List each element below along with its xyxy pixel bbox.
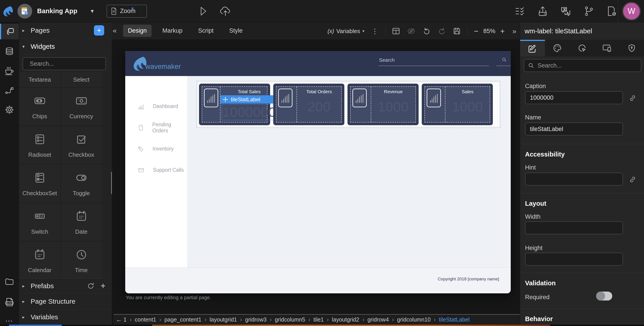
tab-events[interactable] [570,40,594,56]
tab-style[interactable]: Style [224,24,248,37]
tab-markup[interactable]: Markup [158,24,188,37]
add-page-button[interactable]: + [94,25,104,36]
zoom-in-button[interactable]: + [500,27,505,36]
move-handle-icon[interactable] [223,97,228,102]
hint-input[interactable] [525,172,623,186]
breadcrumb-item[interactable]: gridcolumn5 [275,316,305,323]
pages-caret-icon[interactable]: ▸ [19,28,28,33]
wavemaker-logo-icon[interactable] [2,5,14,17]
tile-revenue[interactable]: Revenue 1000 [348,84,418,125]
design-canvas-page[interactable]: wavemaker Dashboard Pendin [125,51,511,293]
widget-item-currency[interactable]: Currency [60,88,102,126]
tile-bar-chart-icon[interactable] [427,88,441,107]
page-search-input[interactable] [378,56,489,66]
project-name[interactable]: Banking App [37,8,77,15]
tile-title[interactable]: Total Sales [238,89,261,94]
checklist-icon[interactable] [515,6,525,16]
widget-item-select[interactable]: Select [60,72,102,87]
tile-stat-value[interactable]: 1000 [378,99,408,114]
tile-icon-column[interactable] [350,87,371,122]
rail-java-services-icon[interactable] [0,63,19,79]
user-avatar[interactable]: W [622,2,641,20]
height-input[interactable] [525,253,623,266]
widget-item-switch[interactable]: Switch [19,203,60,241]
tab-devices[interactable] [594,40,619,56]
widget-item-chips[interactable]: Chips [19,88,60,126]
collapse-left-panel-icon[interactable]: « [113,26,117,35]
pages-section-header[interactable]: ▸ Pages + [19,22,112,38]
rail-pages-icon[interactable] [0,24,19,39]
properties-search-input[interactable] [538,62,637,69]
widget-item-time[interactable]: Time [60,242,102,280]
width-input[interactable] [525,221,623,234]
nav-item-support-calls[interactable]: Support Calls [125,160,187,181]
refresh-prefabs-icon[interactable] [87,282,95,290]
rail-apis-icon[interactable] [0,83,19,98]
tiles-layout-grid[interactable]: Total Sales tileStatLabel 1000000 [196,81,500,128]
tile-stat-value[interactable]: 1000 [452,99,483,114]
export-artifact-icon[interactable] [538,6,548,16]
nav-item-dashboard[interactable]: Dashboard [125,96,187,117]
tile-content-column[interactable]: Total Sales tileStatLabel 1000000 [220,87,278,122]
tile-content-column[interactable]: Sales 1000 [446,87,490,122]
properties-search-box[interactable] [524,59,641,72]
tile-bar-chart-icon[interactable] [278,88,292,107]
widget-search-input[interactable] [30,60,109,67]
tile-content-column[interactable]: Total Orders 200 [297,87,341,122]
page-header-navbar[interactable]: wavemaker [125,51,511,76]
deploy-cloud-upload-icon[interactable] [220,6,231,16]
tile-content-column[interactable]: Revenue 1000 [371,87,416,122]
add-prefab-icon[interactable]: + [100,281,106,291]
save-icon[interactable] [452,27,461,35]
widgets-caret-icon[interactable]: ▾ [19,44,28,49]
tile-bar-chart-icon[interactable] [204,88,218,107]
tile-icon-column[interactable] [276,87,297,122]
bind-hint-link-icon[interactable] [629,176,636,183]
breadcrumb-item[interactable]: gridrow3 [245,316,266,323]
project-chevron-down-icon[interactable]: ▾ [91,8,94,14]
widget-item-radioset[interactable]: Radioset [19,126,60,164]
run-preview-icon[interactable] [198,6,208,16]
widget-item-checkbox[interactable]: Checkbox [60,126,102,164]
breadcrumb-item[interactable]: gridcolumn10 [397,316,431,323]
prefabs-section-header[interactable]: ▸ Prefabs + [19,278,112,293]
active-page-selector[interactable]: Zoom * [107,5,147,18]
translate-icon[interactable] [560,6,571,16]
caption-input[interactable] [525,91,623,104]
bind-caption-link-icon[interactable] [629,94,636,102]
widget-item-calendar[interactable]: Calendar [19,242,60,280]
breadcrumb-item[interactable]: content1 [135,316,156,323]
selected-caption-outline[interactable]: 1000000 [222,104,276,120]
tile-stat-value[interactable]: 1000000 [222,104,276,120]
widget-item-date[interactable]: Date [60,203,102,241]
tile-title[interactable]: Total Orders [306,89,332,94]
widgets-section-header[interactable]: ▾ Widgets [19,38,112,54]
tile-sales[interactable]: Sales 1000 [422,84,493,125]
page-content-area[interactable]: Total Sales tileStatLabel 1000000 [188,76,511,268]
redo-icon[interactable] [438,26,446,36]
tile-title[interactable]: Sales [462,89,474,94]
rail-database-icon[interactable] [0,44,19,59]
zoom-out-button[interactable]: − [474,27,478,36]
page-structure-section-header[interactable]: ▸ Page Structure [19,293,112,310]
breadcrumb-back-icon[interactable]: ← [116,316,122,323]
breadcrumb-item[interactable]: page_content1 [164,316,201,323]
prefabs-caret-icon[interactable]: ▸ [19,283,28,289]
variables-section-header[interactable]: ▸ Variables [19,310,112,325]
tab-styles[interactable] [545,40,570,56]
rail-settings-icon[interactable] [0,102,19,118]
tile-stat-value[interactable]: 200 [308,99,330,114]
collapse-right-panel-icon[interactable]: » [512,27,516,35]
more-options-kebab-icon[interactable]: ⋮ [370,27,379,35]
variables-dropdown[interactable]: (x) Variables ▾ [328,28,364,35]
widget-search-box[interactable] [22,57,106,70]
name-input[interactable] [525,122,623,136]
tile-icon-column[interactable] [425,87,446,122]
breadcrumb-item[interactable]: 1 [124,316,126,323]
widget-item-textarea[interactable]: Textarea [19,72,60,87]
rail-folder-icon[interactable] [0,274,19,289]
breadcrumb-item-active[interactable]: tileStatLabel [439,316,470,323]
hide-widgets-eye-off-icon[interactable] [406,27,416,35]
file-sync-icon[interactable] [606,6,616,16]
project-avatar[interactable] [18,4,32,18]
